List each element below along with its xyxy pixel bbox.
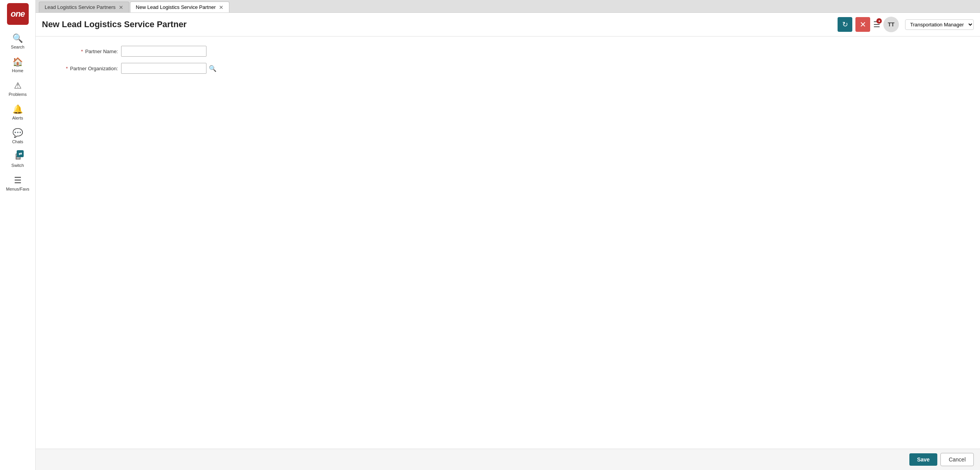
user-role-area: Transportation Manager (905, 19, 974, 30)
sidebar-item-menus[interactable]: ☰ Menus/Favs (0, 172, 35, 195)
sidebar-item-search[interactable]: 🔍 Search (0, 29, 35, 53)
tabs-bar: Lead Logistics Service Partners ✕ New Le… (36, 0, 980, 13)
partner-org-row: * Partner Organization: 🔍 (48, 63, 968, 74)
sidebar-label-chats: Chats (12, 139, 23, 144)
sidebar-label-home: Home (12, 68, 23, 73)
role-select[interactable]: Transportation Manager (905, 19, 974, 30)
sidebar-label-problems: Problems (9, 92, 26, 97)
sidebar-item-switch[interactable]: 🖥 ⇄ Switch (0, 148, 35, 172)
close-button[interactable]: ✕ (855, 17, 870, 32)
partner-org-label: * Partner Organization: (48, 66, 118, 71)
avatar[interactable]: TT (883, 17, 899, 32)
logo-text: one (10, 9, 24, 19)
header-bar: New Lead Logistics Service Partner ↻ ✕ ☰… (36, 13, 980, 36)
main-content: Lead Logistics Service Partners ✕ New Le… (36, 0, 980, 470)
tab-new[interactable]: New Lead Logistics Service Partner ✕ (130, 2, 229, 12)
required-star-org: * (66, 66, 68, 71)
sidebar-item-problems[interactable]: ⚠ Problems (0, 77, 35, 101)
warning-icon: ⚠ (14, 81, 22, 91)
partner-org-input-group: 🔍 (121, 63, 217, 74)
partner-org-input[interactable] (121, 63, 206, 74)
partner-name-input[interactable] (121, 46, 206, 57)
form-area: * Partner Name: * Partner Organization: … (36, 36, 980, 449)
app-logo[interactable]: one (7, 3, 29, 25)
sidebar-label-switch: Switch (11, 163, 24, 168)
header-actions: ↻ ✕ ☰ ★ TT Transportation Manager (838, 17, 974, 32)
sidebar-label-menus: Menus/Favs (6, 187, 29, 191)
save-button[interactable]: Save (909, 453, 938, 466)
page-title: New Lead Logistics Service Partner (42, 19, 838, 29)
partner-org-search-button[interactable]: 🔍 (208, 64, 217, 73)
cancel-button[interactable]: Cancel (940, 453, 974, 466)
menu-button[interactable]: ☰ ★ (873, 20, 880, 29)
sidebar-label-alerts: Alerts (12, 116, 23, 120)
switch-icon-wrapper: 🖥 ⇄ (14, 152, 22, 163)
switch-badge: ⇄ (17, 150, 24, 157)
tab-llsp[interactable]: Lead Logistics Service Partners ✕ (39, 2, 129, 12)
home-icon: 🏠 (12, 57, 23, 67)
tab-llsp-close[interactable]: ✕ (119, 5, 123, 10)
sidebar: one 🔍 Search 🏠 Home ⚠ Problems 🔔 Alerts … (0, 0, 36, 470)
refresh-button[interactable]: ↻ (838, 17, 852, 32)
chat-icon: 💬 (12, 128, 23, 138)
search-icon: 🔍 (12, 33, 23, 43)
sidebar-item-chats[interactable]: 💬 Chats (0, 124, 35, 148)
partner-name-label: * Partner Name: (48, 49, 118, 54)
bell-icon: 🔔 (12, 104, 23, 114)
tab-new-close[interactable]: ✕ (219, 5, 224, 10)
sidebar-item-home[interactable]: 🏠 Home (0, 53, 35, 77)
partner-name-row: * Partner Name: (48, 46, 968, 57)
avatar-initials: TT (888, 21, 894, 28)
menu-icon: ☰ (14, 175, 22, 186)
footer-bar: Save Cancel (36, 449, 980, 470)
sidebar-item-alerts[interactable]: 🔔 Alerts (0, 101, 35, 124)
tab-new-label: New Lead Logistics Service Partner (136, 4, 216, 10)
sidebar-label-search: Search (11, 45, 24, 49)
star-badge: ★ (876, 18, 882, 24)
required-star-name: * (81, 49, 83, 54)
tab-llsp-label: Lead Logistics Service Partners (45, 4, 116, 10)
